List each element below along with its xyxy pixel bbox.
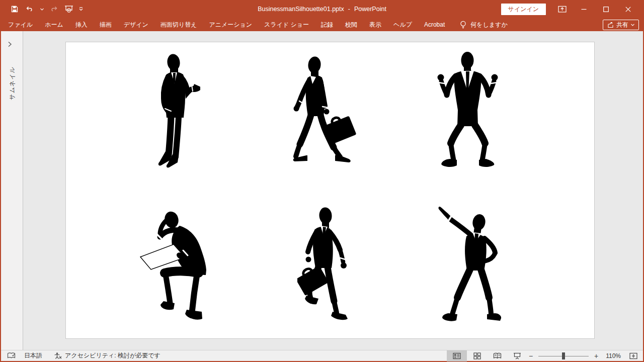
accessibility-status-button[interactable]: アクセシビリティ: 検討が必要です — [53, 350, 160, 361]
slide-canvas[interactable] — [65, 42, 595, 339]
accessibility-status-text: アクセシビリティ: 検討が必要です — [65, 351, 160, 360]
zoom-in-button[interactable]: + — [593, 352, 600, 360]
striding-businessman-with-briefcase-silhouette[interactable] — [297, 206, 354, 324]
tell-me-button[interactable]: 何をしますか — [460, 21, 507, 29]
customize-quick-access-toolbar-button[interactable] — [76, 2, 86, 16]
redo-icon — [50, 5, 58, 13]
maximize-button[interactable] — [595, 0, 617, 18]
tab-acrobat[interactable]: Acrobat — [418, 18, 451, 31]
language-status-button[interactable]: 日本語 — [24, 350, 42, 361]
slideshow-view-button[interactable] — [507, 350, 527, 361]
spellcheck-status-button[interactable] — [7, 350, 16, 361]
save-button[interactable] — [7, 2, 22, 16]
ribbon-tabs: ファイルホーム挿入描画デザイン画面切り替えアニメーションスライド ショー記録校閲… — [1, 18, 451, 31]
tab-draw[interactable]: 描画 — [94, 18, 118, 31]
presenting-businessman-silhouette[interactable] — [150, 52, 200, 169]
close-button[interactable] — [617, 0, 639, 18]
spellcheck-icon — [7, 352, 16, 359]
undo-dropdown[interactable] — [37, 2, 46, 16]
zoom-slider-thumb[interactable] — [562, 352, 565, 359]
thumbnail-pane-label[interactable]: サムネイル — [8, 58, 17, 109]
ribbon-display-options-icon — [558, 5, 567, 13]
chevron-down-icon — [40, 8, 44, 11]
slide-sorter-view-icon — [473, 352, 481, 359]
save-icon — [11, 5, 19, 13]
undo-icon — [26, 5, 34, 13]
workspace: サムネイル — [1, 31, 643, 350]
fit-to-window-icon — [629, 352, 637, 359]
tab-review[interactable]: 校閲 — [339, 18, 363, 31]
seated-thinking-businessman-reading-silhouette[interactable] — [138, 208, 213, 326]
thumbnail-pane-collapsed[interactable]: サムネイル — [1, 31, 23, 350]
normal-view-button[interactable] — [447, 350, 467, 361]
tab-animations[interactable]: アニメーション — [203, 18, 258, 31]
undo-button[interactable] — [22, 2, 37, 16]
tab-view[interactable]: 表示 — [363, 18, 387, 31]
fit-slide-to-window-button[interactable] — [626, 350, 641, 361]
start-slideshow-icon — [64, 5, 73, 14]
tab-record[interactable]: 記録 — [315, 18, 339, 31]
accessibility-icon — [53, 352, 62, 359]
sign-in-button[interactable]: サインイン — [501, 4, 546, 15]
customize-quick-access-toolbar-icon — [79, 7, 83, 11]
cheering-businessman-fists-raised-silhouette[interactable] — [433, 51, 502, 170]
redo-button[interactable] — [46, 2, 61, 16]
share-button[interactable]: 共有 — [603, 20, 639, 30]
minimize-button[interactable] — [573, 0, 595, 18]
zoom-slider[interactable] — [538, 350, 589, 361]
tab-insert[interactable]: 挿入 — [69, 18, 94, 31]
tab-transitions[interactable]: 画面切り替え — [154, 18, 203, 31]
lightbulb-icon — [460, 21, 466, 29]
slide-sorter-view-button[interactable] — [467, 350, 487, 361]
minimize-icon — [581, 7, 587, 12]
chevron-down-icon — [631, 24, 634, 26]
app-name: PowerPoint — [354, 6, 386, 13]
ribbon-tab-bar: ファイルホーム挿入描画デザイン画面切り替えアニメーションスライド ショー記録校閲… — [1, 18, 643, 31]
title-separator: - — [348, 6, 350, 13]
tab-help[interactable]: ヘルプ — [387, 18, 418, 31]
pointing-up-businessman-silhouette[interactable] — [435, 204, 502, 323]
share-label: 共有 — [616, 21, 628, 29]
quick-access-toolbar — [1, 2, 86, 16]
share-icon — [607, 22, 614, 28]
tab-home[interactable]: ホーム — [39, 18, 69, 31]
document-name: BusinessmanSilhouette01.pptx — [258, 6, 344, 13]
zoom-out-button[interactable]: − — [527, 352, 534, 360]
zoom-level[interactable]: 110% — [606, 352, 621, 359]
powerpoint-window: BusinessmanSilhouette01.pptx - PowerPoin… — [0, 0, 644, 362]
title-bar: BusinessmanSilhouette01.pptx - PowerPoin… — [1, 0, 643, 18]
tab-file[interactable]: ファイル — [2, 18, 39, 31]
expand-chevron-icon[interactable] — [8, 41, 12, 47]
ribbon-display-options-button[interactable] — [558, 5, 567, 13]
slideshow-view-icon — [513, 352, 521, 359]
walking-businessman-with-briefcase-silhouette[interactable] — [292, 55, 358, 169]
tab-design[interactable]: デザイン — [118, 18, 154, 31]
normal-view-icon — [453, 352, 461, 359]
reading-view-button[interactable] — [487, 350, 507, 361]
close-icon — [625, 7, 631, 12]
start-slideshow-button[interactable] — [61, 2, 76, 16]
maximize-icon — [603, 7, 609, 12]
tab-slideshow[interactable]: スライド ショー — [258, 18, 315, 31]
status-bar: 日本語 アクセシビリティ: 検討が必要です — [1, 350, 643, 361]
reading-view-icon — [493, 352, 502, 359]
tell-me-label: 何をしますか — [470, 21, 507, 29]
